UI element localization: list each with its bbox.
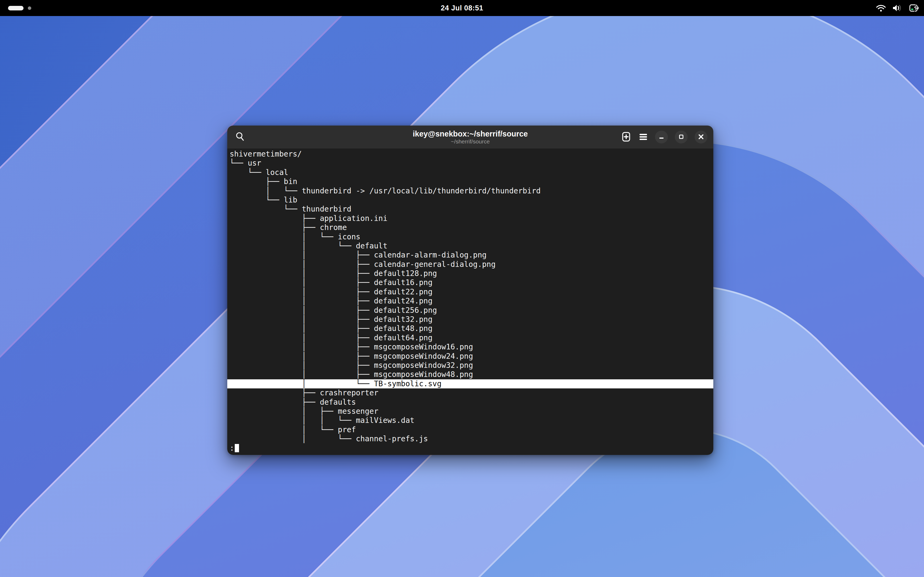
terminal-line: │ ├── msgcomposeWindow16.png: [227, 342, 713, 351]
maximize-button[interactable]: [675, 131, 688, 143]
terminal-line: │ ├── msgcomposeWindow24.png: [227, 352, 713, 361]
battery-charging-icon: [908, 3, 920, 13]
terminal-line: │ ├── default64.png: [227, 334, 713, 342]
terminal-line: │ │ └── mailViews.dat: [227, 416, 713, 425]
window-subtitle: ~/sherrif/source: [451, 139, 489, 145]
terminal-line: └── thunderbird: [227, 205, 713, 214]
terminal-line: │ ├── default24.png: [227, 297, 713, 306]
pager-prompt: :: [229, 444, 234, 453]
maximize-icon: [678, 134, 684, 140]
terminal-line: │ ├── messenger: [227, 407, 713, 416]
volume-icon: [892, 4, 903, 12]
terminal-line-highlighted: │ └── TB-symbolic.svg: [227, 379, 713, 388]
terminal-line: │ ├── msgcomposeWindow32.png: [227, 361, 713, 370]
terminal-line: shivermetimbers/: [227, 150, 713, 159]
window-controls: [621, 126, 708, 148]
terminal-line: │ ├── default22.png: [227, 287, 713, 297]
terminal-line: │ ├── default128.png: [227, 269, 713, 278]
terminal-window: ikey@snekbox:~/sherrif/source ~/sherrif/…: [227, 126, 713, 455]
close-button[interactable]: [695, 131, 708, 143]
tab-plus-icon: [621, 131, 632, 143]
window-headerbar[interactable]: ikey@snekbox:~/sherrif/source ~/sherrif/…: [227, 126, 713, 148]
terminal-line: │ └── pref: [227, 425, 713, 434]
window-title: ikey@snekbox:~/sherrif/source: [413, 130, 528, 138]
terminal-line: │ └── default: [227, 242, 713, 251]
terminal-line: │ ├── msgcomposeWindow48.png: [227, 370, 713, 379]
top-bar: 24 Jul 08:51: [0, 0, 924, 16]
terminal-line: ├── chrome: [227, 223, 713, 232]
hamburger-icon: [638, 132, 648, 142]
terminal-line: │ └── icons: [227, 232, 713, 242]
terminal-line: ├── crashreporter: [227, 388, 713, 398]
terminal-line: └── local: [227, 168, 713, 177]
minimize-icon: [659, 134, 664, 140]
pager-prompt-line: :: [227, 444, 713, 453]
system-status-area[interactable]: [876, 0, 920, 16]
terminal-line: │ ├── default32.png: [227, 315, 713, 324]
terminal-line: │ ├── calendar-alarm-dialog.png: [227, 251, 713, 259]
terminal-line: │ ├── calendar-general-dialog.png: [227, 260, 713, 269]
search-button[interactable]: [234, 126, 246, 148]
terminal-line: ├── application.ini: [227, 214, 713, 223]
terminal-body[interactable]: shivermetimbers/└── usr └── local ├── bi…: [227, 148, 713, 455]
terminal-line: │ └── channel-prefs.js: [227, 434, 713, 443]
close-icon: [698, 134, 704, 140]
terminal-line: │ ├── default48.png: [227, 324, 713, 333]
terminal-line: ├── bin: [227, 177, 713, 186]
terminal-output: shivermetimbers/└── usr └── local ├── bi…: [227, 150, 713, 444]
clock[interactable]: 24 Jul 08:51: [0, 0, 924, 16]
terminal-line: │ └── thunderbird -> /usr/local/lib/thun…: [227, 187, 713, 195]
terminal-line: │ ├── default16.png: [227, 278, 713, 287]
terminal-line: ├── defaults: [227, 398, 713, 407]
terminal-line: └── lib: [227, 195, 713, 205]
menu-button[interactable]: [638, 132, 648, 142]
wifi-icon: [876, 4, 886, 12]
new-tab-button[interactable]: [621, 131, 632, 143]
terminal-line: └── usr: [227, 159, 713, 168]
terminal-line: │ ├── default256.png: [227, 306, 713, 315]
minimize-button[interactable]: [655, 131, 668, 143]
search-icon: [235, 131, 245, 143]
terminal-cursor: [235, 444, 239, 452]
